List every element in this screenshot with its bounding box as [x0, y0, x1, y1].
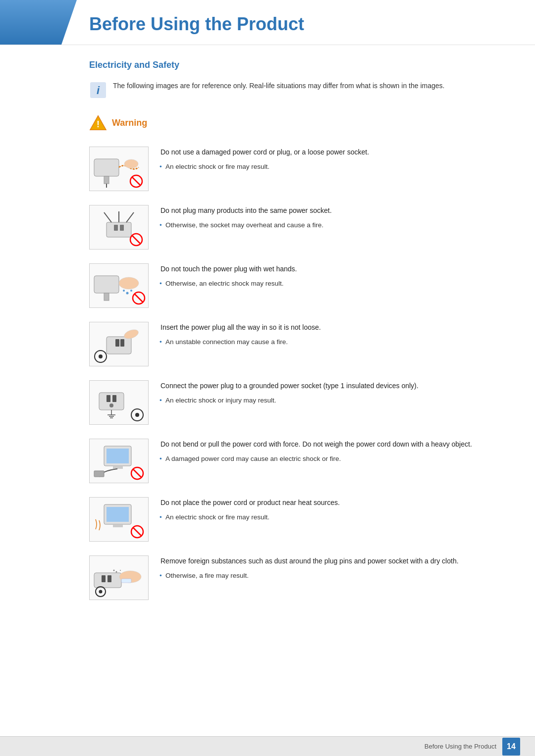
svg-line-13 — [104, 212, 111, 222]
svg-point-23 — [130, 290, 132, 292]
item-text-5: Connect the power plug to a grounded pow… — [160, 380, 495, 406]
warning-items-list: Do not use a damaged power cord or plug,… — [89, 147, 495, 600]
item-main-6: Do not bend or pull the power cord with … — [160, 439, 495, 450]
svg-text:i: i — [97, 84, 100, 97]
svg-rect-19 — [104, 293, 109, 301]
svg-rect-10 — [107, 222, 131, 237]
svg-point-22 — [126, 292, 129, 295]
item-text-3: Do not touch the power plug with wet han… — [160, 263, 495, 289]
svg-rect-55 — [107, 575, 111, 582]
svg-point-62 — [99, 590, 103, 594]
note-text: The following images are for reference o… — [113, 80, 444, 91]
item-image-3 — [89, 263, 149, 308]
svg-line-8 — [132, 177, 141, 186]
footer-page-number: 14 — [502, 738, 520, 756]
item-image-6 — [89, 439, 149, 483]
warning-item-3: Do not touch the power plug with wet han… — [89, 263, 495, 308]
warning-item-7: Do not place the power cord or product n… — [89, 497, 495, 542]
item-text-1: Do not use a damaged power cord or plug,… — [160, 147, 495, 172]
warning-item: Do not use a damaged power cord or plug,… — [89, 147, 495, 191]
item-text-6: Do not bend or pull the power cord with … — [160, 439, 495, 464]
svg-rect-43 — [107, 449, 129, 463]
item-main-8: Remove foreign substances such as dust a… — [160, 555, 495, 566]
svg-rect-28 — [120, 339, 124, 347]
svg-rect-4 — [94, 159, 119, 176]
item-image-1 — [89, 147, 149, 191]
warning-item-8: Remove foreign substances such as dust a… — [89, 555, 495, 600]
svg-rect-33 — [107, 395, 110, 402]
svg-rect-45 — [94, 471, 104, 477]
svg-point-41 — [135, 413, 139, 417]
main-content: Electricity and Safety i The following i… — [0, 60, 535, 644]
svg-line-25 — [134, 294, 143, 302]
svg-line-15 — [126, 212, 134, 222]
svg-point-21 — [123, 290, 125, 292]
item-text-2: Do not plug many products into the same … — [160, 205, 495, 231]
item-sub-1: An electric shock or fire may result. — [160, 161, 495, 172]
item-main-1: Do not use a damaged power cord or plug,… — [160, 147, 495, 157]
svg-rect-34 — [112, 395, 116, 402]
svg-line-52 — [133, 527, 142, 536]
item-main-4: Insert the power plug all the way in so … — [160, 322, 495, 333]
svg-rect-12 — [120, 225, 124, 231]
svg-point-35 — [109, 403, 113, 407]
warning-item-2: Do not plug many products into the same … — [89, 205, 495, 250]
page-title: Before Using the Product — [89, 14, 304, 34]
item-text-7: Do not place the power cord or product n… — [160, 497, 495, 523]
svg-text:!: ! — [97, 119, 100, 129]
svg-rect-44 — [113, 466, 123, 469]
item-sub-5: An electric shock or injury may result. — [160, 395, 495, 406]
item-image-8 — [89, 555, 149, 600]
svg-line-17 — [132, 235, 141, 244]
warning-item-6: Do not bend or pull the power cord with … — [89, 439, 495, 483]
item-sub-4: An unstable connection may cause a fire. — [160, 337, 495, 348]
svg-rect-50 — [113, 524, 123, 527]
header: Before Using the Product — [0, 0, 535, 45]
section-title: Electricity and Safety — [89, 60, 495, 70]
item-sub-2: Otherwise, the socket may overheat and c… — [160, 220, 495, 231]
item-sub-8: Otherwise, a fire may result. — [160, 570, 495, 581]
item-sub-6: A damaged power cord may cause an electr… — [160, 454, 495, 464]
svg-point-9 — [124, 159, 138, 168]
svg-point-58 — [116, 571, 117, 573]
item-text-8: Remove foreign substances such as dust a… — [160, 555, 495, 581]
item-image-7 — [89, 497, 149, 542]
note-box: i The following images are for reference… — [89, 80, 495, 99]
svg-rect-54 — [102, 575, 106, 582]
note-icon: i — [89, 81, 107, 99]
item-image-4 — [89, 322, 149, 366]
svg-point-31 — [99, 354, 103, 358]
item-main-3: Do not touch the power plug with wet han… — [160, 263, 495, 274]
warning-heading: ! Warning — [89, 114, 495, 132]
item-text-4: Insert the power plug all the way in so … — [160, 322, 495, 348]
header-blue-bar — [0, 0, 77, 45]
svg-point-59 — [120, 570, 121, 571]
svg-rect-11 — [114, 225, 118, 231]
item-sub-7: An electric shock or fire may result. — [160, 512, 495, 523]
warning-item-5: Connect the power plug to a grounded pow… — [89, 380, 495, 425]
warning-icon: ! — [89, 114, 107, 132]
warning-label: Warning — [112, 118, 147, 128]
page: Before Using the Product Electricity and… — [0, 0, 535, 756]
item-main-7: Do not place the power cord or product n… — [160, 497, 495, 508]
svg-rect-5 — [104, 176, 109, 184]
footer: Before Using the Product 14 — [0, 736, 535, 756]
footer-text: Before Using the Product — [425, 743, 496, 750]
svg-point-60 — [113, 570, 115, 571]
svg-rect-18 — [94, 276, 119, 293]
item-image-5 — [89, 380, 149, 425]
svg-rect-57 — [121, 579, 131, 583]
svg-line-47 — [133, 469, 142, 478]
item-main-5: Connect the power plug to a grounded pow… — [160, 380, 495, 391]
item-image-2 — [89, 205, 149, 250]
item-main-2: Do not plug many products into the same … — [160, 205, 495, 216]
svg-point-20 — [119, 277, 139, 289]
svg-rect-49 — [107, 507, 129, 522]
item-sub-3: Otherwise, an electric shock may result. — [160, 278, 495, 289]
warning-item-4: Insert the power plug all the way in so … — [89, 322, 495, 366]
svg-rect-27 — [115, 339, 119, 347]
